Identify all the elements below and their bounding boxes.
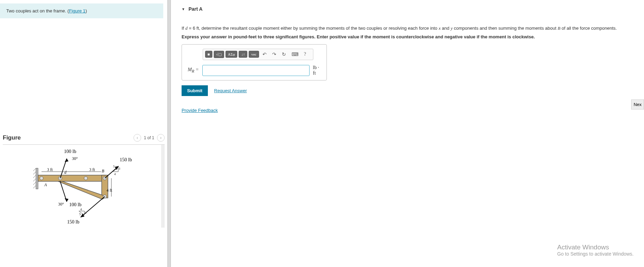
left-panel: Two couples act on the frame. (Figure 1)… xyxy=(0,0,167,267)
label-4ft: 4 ft xyxy=(107,188,112,193)
svg-line-2 xyxy=(33,175,36,178)
svg-line-5 xyxy=(33,185,36,188)
label-tri-3b: 3 xyxy=(85,211,86,214)
watermark-title: Activate Windows xyxy=(557,244,634,251)
submit-button[interactable]: Submit xyxy=(182,85,208,96)
label-B: B xyxy=(102,169,104,173)
problem-text: If d = 6 ft, determine the resultant cou… xyxy=(182,25,637,32)
equation-toolbar: ■ √▢ ΑΣφ ↓↑ vec ↶ ↷ ↻ ⌨ ? xyxy=(203,49,313,60)
svg-line-4 xyxy=(33,182,36,185)
right-panel: ▼ Part A If d = 6 ft, determine the resu… xyxy=(175,0,644,116)
submit-row: Submit Request Answer xyxy=(182,85,637,96)
problem-statement: Two couples act on the frame. (Figure 1) xyxy=(0,3,163,18)
templates-button[interactable]: ■ xyxy=(205,51,212,58)
answer-unit: lb · ft xyxy=(313,65,322,76)
svg-rect-6 xyxy=(36,168,38,189)
label-150-bot: 150 lb xyxy=(67,219,79,225)
label-3ft-right: 3 ft xyxy=(89,167,95,172)
svg-point-10 xyxy=(40,177,43,180)
provide-feedback-link[interactable]: Provide Feedback xyxy=(182,108,218,113)
help-button[interactable]: ? xyxy=(302,50,308,58)
answer-instruction: Express your answer in pound-feet to thr… xyxy=(182,34,637,39)
figure-header: Figure ‹ 1 of 1 › xyxy=(3,131,165,145)
sqrt-button[interactable]: √▢ xyxy=(214,51,224,58)
answer-input[interactable] xyxy=(202,65,310,76)
watermark-sub: Go to Settings to activate Windows. xyxy=(557,251,634,257)
label-150-top: 150 lb xyxy=(120,157,132,162)
label-tri-5: 5 xyxy=(113,165,115,168)
label-d: d xyxy=(64,170,67,175)
part-header[interactable]: ▼ Part A xyxy=(182,3,637,15)
svg-point-12 xyxy=(84,177,88,180)
windows-watermark: Activate Windows Go to Settings to activ… xyxy=(557,244,634,257)
label-tri-4: 4 xyxy=(114,172,116,176)
figure-nav: ‹ 1 of 1 › xyxy=(134,134,165,142)
figure-next-button[interactable]: › xyxy=(157,134,165,142)
figure-link[interactable]: Figure 1 xyxy=(69,8,85,13)
figure-counter: 1 of 1 xyxy=(144,135,154,140)
statement-suffix: ) xyxy=(85,8,87,13)
label-100-top: 100 lb xyxy=(64,149,76,154)
answer-label: MR = xyxy=(186,67,199,74)
answer-box: ■ √▢ ΑΣφ ↓↑ vec ↶ ↷ ↻ ⌨ ? MR = lb · ft xyxy=(182,44,327,80)
figure-section: Figure ‹ 1 of 1 › xyxy=(3,131,165,228)
svg-marker-18 xyxy=(65,198,68,202)
label-tri-4b: 4 xyxy=(80,208,82,211)
redo-button[interactable]: ↷ xyxy=(270,50,278,58)
label-30-bot: 30° xyxy=(58,202,64,207)
undo-button[interactable]: ↶ xyxy=(260,50,269,58)
label-A: A xyxy=(44,182,47,187)
request-answer-link[interactable]: Request Answer xyxy=(214,88,247,93)
vec-button[interactable]: vec xyxy=(249,51,259,58)
figure-diagram-svg: 100 lb 150 lb 100 lb 150 lb 30° 30° 3 ft… xyxy=(3,145,158,228)
figure-image: 100 lb 150 lb 100 lb 150 lb 30° 30° 3 ft… xyxy=(3,145,165,228)
svg-rect-7 xyxy=(38,175,106,181)
part-title: Part A xyxy=(188,6,203,12)
label-30-top: 30° xyxy=(72,156,78,161)
subsup-button[interactable]: ↓↑ xyxy=(239,51,247,58)
label-tri-3: 3 xyxy=(119,167,120,170)
statement-text: Two couples act on the frame. ( xyxy=(6,8,69,13)
keyboard-button[interactable]: ⌨ xyxy=(289,50,301,58)
label-100-bot: 100 lb xyxy=(69,202,81,207)
svg-line-1 xyxy=(33,172,36,174)
figure-title: Figure xyxy=(3,134,21,141)
svg-marker-22 xyxy=(81,213,84,217)
label-tri-5b: 5 xyxy=(79,212,81,216)
label-3ft-left: 3 ft xyxy=(47,167,53,172)
answer-row: MR = lb · ft xyxy=(186,65,322,76)
next-button[interactable]: Nex xyxy=(631,99,644,109)
svg-line-3 xyxy=(33,179,36,181)
svg-marker-16 xyxy=(65,159,68,162)
reset-button[interactable]: ↻ xyxy=(280,50,288,58)
caret-down-icon: ▼ xyxy=(182,7,185,11)
figure-prev-button[interactable]: ‹ xyxy=(134,134,141,142)
panel-divider[interactable] xyxy=(167,0,171,267)
greek-button[interactable]: ΑΣφ xyxy=(226,51,238,58)
svg-line-0 xyxy=(33,168,36,171)
